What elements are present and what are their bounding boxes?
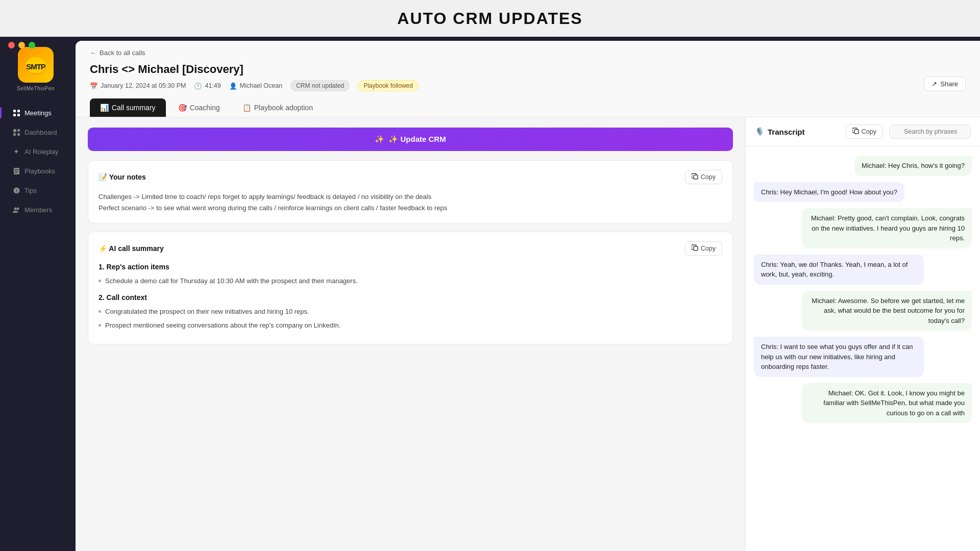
svg-point-19 (16, 207, 19, 210)
sidebar-item-label: Members (24, 206, 52, 214)
calendar-icon: 📅 (90, 82, 98, 90)
logo: SMTP (18, 47, 54, 83)
right-panel: 🎙️ Transcript Copy 🔍 (745, 117, 980, 551)
bullet-dot (99, 324, 101, 327)
svg-rect-14 (15, 172, 17, 173)
traffic-light-red[interactable] (8, 42, 15, 48)
playbook-badge: Playbook followed (358, 80, 419, 91)
top-banner: AUTO CRM UPDATES (0, 0, 980, 37)
call-rep: 👤 Michael Ocean (229, 82, 282, 90)
message-row: Michael: Pretty good, can't complain. Lo… (754, 208, 972, 248)
call-date: 📅 January 12, 2024 at 05:30 PM (90, 82, 186, 90)
sidebar-nav: Meetings Dashboard ✦ AI Roleplay (0, 104, 71, 219)
bullet-dot (99, 310, 101, 313)
svg-rect-16 (16, 189, 17, 192)
message-bubble: Michael: Hey Chris, how's it going? (854, 156, 972, 176)
search-wrapper: 🔍 (889, 124, 971, 139)
call-meta: 📅 January 12, 2024 at 05:30 PM 🕐 41:49 👤… (90, 80, 966, 91)
traffic-light-yellow[interactable] (18, 42, 25, 48)
message-bubble: Michael: Pretty good, can't complain. Lo… (802, 208, 972, 248)
tab-coaching[interactable]: 🎯 Coaching (168, 98, 230, 117)
dashboard-icon (12, 128, 20, 136)
section-1-bullet-1: Schedule a demo call for Thursday at 10:… (99, 276, 722, 286)
traffic-light-green[interactable] (29, 42, 35, 48)
playbooks-icon (12, 167, 20, 175)
app-title: AUTO CRM UPDATES (397, 9, 582, 28)
tabs: 📊 Call summary 🎯 Coaching 📋 Playbook ado… (90, 98, 966, 117)
transcript-icon: 🎙️ (755, 127, 765, 136)
brand-name: SellMeThisPen (17, 86, 55, 91)
crm-badge: CRM not updated (290, 80, 350, 91)
sidebar-item-ai-roleplay[interactable]: ✦ AI Roleplay (4, 142, 67, 161)
sidebar-item-meetings[interactable]: Meetings (4, 104, 67, 122)
sidebar-item-label: Dashboard (24, 129, 57, 136)
person-icon: 👤 (229, 82, 237, 90)
meetings-icon (12, 109, 20, 117)
ai-summary-card: ⚡ AI call summary Copy (88, 232, 733, 344)
tab-call-summary[interactable]: 📊 Call summary (90, 98, 166, 117)
transcript-search-input[interactable] (889, 124, 971, 139)
section-2-bullet-2: Prospect mentioned seeing conversations … (99, 320, 722, 331)
update-crm-button[interactable]: ✨ ✨ Update CRM (88, 128, 733, 151)
message-row: Chris: Hey Michael, I'm good! How about … (754, 182, 972, 203)
sidebar-item-members[interactable]: Members (4, 201, 67, 219)
sparkles-icon: ✨ (375, 135, 384, 144)
ai-summary-copy-button[interactable]: Copy (685, 241, 722, 256)
share-button[interactable]: ↗ Share (924, 77, 966, 91)
back-to-all-calls[interactable]: ← Back to all calls (90, 49, 966, 57)
sidebar-item-label: Meetings (24, 109, 52, 117)
svg-rect-7 (13, 129, 16, 132)
sidebar-item-playbooks[interactable]: Playbooks (4, 162, 67, 180)
ai-roleplay-icon: ✦ (12, 147, 20, 156)
sidebar-item-tips[interactable]: Tips (4, 181, 67, 199)
call-duration: 🕐 41:49 (194, 82, 220, 90)
message-row: Chris: Yeah, we do! Thanks. Yeah, I mean… (754, 255, 972, 285)
svg-rect-10 (17, 133, 20, 136)
notes-card-title: 📝 Your notes (99, 173, 146, 181)
section-1-title: 1. Rep's action items (99, 263, 722, 271)
content-header: ← Back to all calls Chris <> Michael [Di… (76, 41, 980, 117)
message-bubble: Chris: Yeah, we do! Thanks. Yeah, I mean… (754, 255, 924, 285)
copy-icon (852, 128, 859, 136)
svg-rect-5 (13, 114, 16, 116)
message-row: Chris: I want to see what you guys offer… (754, 337, 972, 377)
traffic-lights (8, 42, 35, 48)
notes-copy-button[interactable]: Copy (685, 170, 722, 184)
copy-icon (692, 173, 698, 181)
bullet-dot (99, 280, 101, 282)
tips-icon (12, 186, 20, 194)
transcript-header: 🎙️ Transcript Copy 🔍 (746, 117, 980, 146)
sidebar-item-label: Tips (24, 187, 37, 194)
svg-rect-8 (17, 129, 20, 132)
section-2-title: 2. Call context (99, 293, 722, 302)
svg-rect-6 (17, 114, 20, 116)
back-arrow-icon: ← (90, 49, 96, 57)
sidebar: SMTP SellMeThisPen Meetings (0, 37, 71, 551)
ai-summary-card-header: ⚡ AI call summary Copy (99, 241, 722, 256)
clock-icon: 🕐 (194, 82, 202, 90)
copy-icon (692, 244, 698, 253)
call-title: Chris <> Michael [Discovery] (90, 63, 966, 76)
sidebar-item-label: Playbooks (24, 167, 55, 175)
content-body: ✨ ✨ Update CRM 📝 Your notes (76, 117, 980, 551)
message-row: Michael: Hey Chris, how's it going? (754, 156, 972, 176)
message-bubble: Michael: OK. Got it. Look, I know you mi… (802, 383, 972, 423)
svg-rect-3 (13, 110, 16, 112)
share-icon: ↗ (932, 80, 937, 88)
transcript-messages: Michael: Hey Chris, how's it going? Chri… (746, 146, 980, 551)
svg-point-18 (14, 207, 16, 210)
ai-summary-card-title: ⚡ AI call summary (99, 244, 164, 253)
notes-card: 📝 Your notes Copy Chall (88, 160, 733, 223)
svg-rect-9 (13, 133, 16, 136)
sidebar-item-dashboard[interactable]: Dashboard (4, 123, 67, 141)
message-row: Michael: OK. Got it. Look, I know you mi… (754, 383, 972, 423)
playbook-adoption-icon: 📋 (242, 104, 251, 112)
transcript-copy-button[interactable]: Copy (846, 124, 883, 139)
call-summary-icon: 📊 (100, 104, 109, 112)
svg-rect-12 (15, 169, 18, 170)
message-bubble: Chris: I want to see what you guys offer… (754, 337, 924, 377)
message-bubble: Michael: Awesome. So before we get start… (802, 291, 972, 331)
message-bubble: Chris: Hey Michael, I'm good! How about … (754, 182, 904, 203)
tab-playbook-adoption[interactable]: 📋 Playbook adoption (232, 98, 323, 117)
notes-card-header: 📝 Your notes Copy (99, 170, 722, 184)
